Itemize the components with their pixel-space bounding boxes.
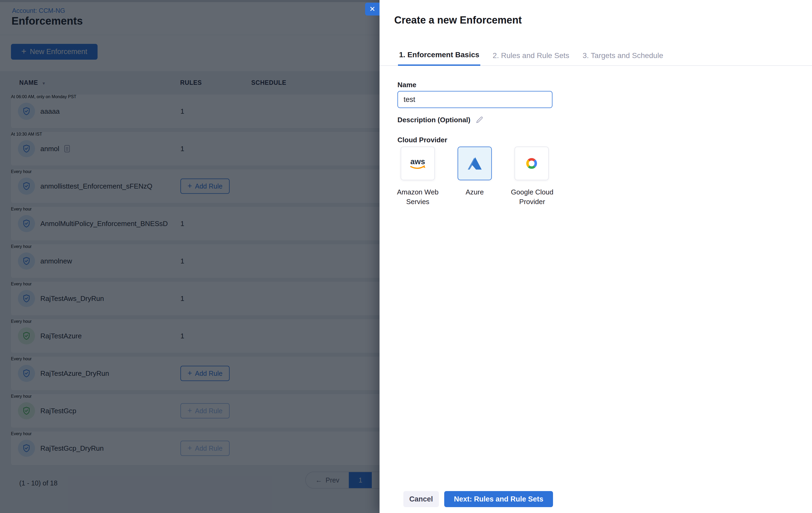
app-root: Account: CCM-NG Enforcements + New Enfor… [0,0,812,513]
aws-logo: aws [407,157,429,170]
description-row: Description (Optional) [398,115,484,124]
google-cloud-logo [523,156,541,171]
close-icon: ✕ [369,5,376,14]
wizard-tabs: 1. Enforcement Basics2. Rules and Rule S… [380,46,812,66]
edit-description-icon[interactable] [475,115,484,124]
name-input[interactable] [398,91,552,108]
azure-logo [466,156,483,171]
provider-label-aws: Amazon Web Servies [389,187,446,207]
close-drawer-button[interactable]: ✕ [365,3,380,16]
name-label: Name [398,81,416,89]
cloud-provider-cards: aws [401,146,549,180]
create-enforcement-drawer: ✕ Create a new Enforcement 1. Enforcemen… [380,0,812,513]
provider-card-aws[interactable]: aws [401,146,435,180]
provider-card-azure[interactable] [458,146,492,180]
provider-card-gcp[interactable] [515,146,549,180]
drawer-title: Create a new Enforcement [394,15,522,26]
next-button[interactable]: Next: Rules and Rule Sets [444,491,553,507]
provider-label-gcp: Google Cloud Provider [504,187,560,207]
description-label: Description (Optional) [398,116,470,124]
tab-1[interactable]: 1. Enforcement Basics [398,51,480,66]
svg-text:aws: aws [410,157,425,166]
cloud-provider-label: Cloud Provider [398,136,447,144]
provider-label-azure: Azure [446,187,503,197]
tab-3[interactable]: 3. Targets and Schedule [582,51,664,65]
cancel-button[interactable]: Cancel [403,491,439,507]
tab-2[interactable]: 2. Rules and Rule Sets [492,51,570,65]
